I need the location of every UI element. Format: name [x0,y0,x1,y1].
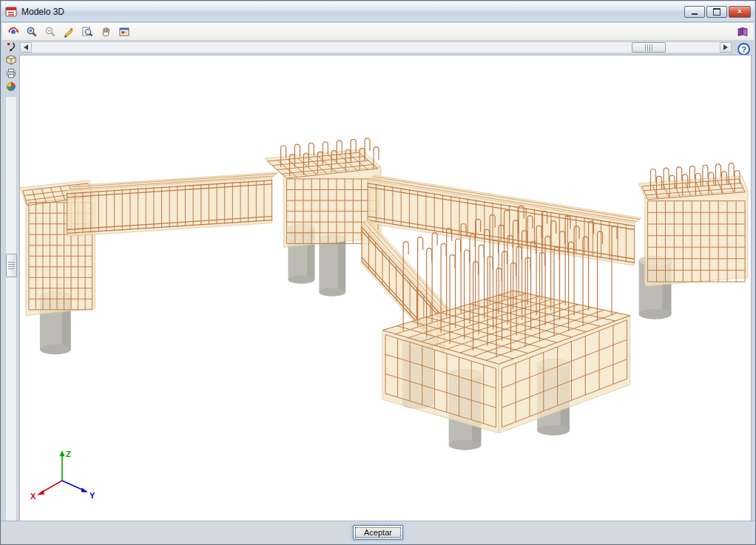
minimize-button[interactable] [684,6,705,18]
rotate-view-icon [7,26,19,38]
minimize-icon [692,13,698,15]
vertical-scrollbar-thumb[interactable] [6,254,17,277]
rotate-view-button[interactable] [7,25,20,38]
horizontal-scrollbar[interactable] [19,41,732,53]
axis-indicator: Z X Y [29,447,103,507]
scroll-left-button[interactable] [20,42,32,53]
window-view-button[interactable] [118,25,131,38]
axis-z-label: Z [66,450,71,458]
accept-button[interactable]: Aceptar [353,525,403,540]
left-toolbar [4,40,18,521]
scene-3d [20,55,751,521]
axis-y-label: Y [90,491,95,500]
horizontal-scrollbar-thumb[interactable] [632,42,666,53]
zoom-in-icon [26,26,38,38]
close-icon: × [738,7,742,16]
previous-view-icon [5,41,17,53]
maximize-button[interactable] [706,6,727,18]
toolbar [2,23,754,41]
titlebar[interactable]: Modelo 3D × [1,1,755,22]
pan-icon [100,26,112,38]
zoom-in-button[interactable] [25,25,38,38]
render-view-icon [5,81,17,92]
print-button[interactable] [5,67,17,79]
maximize-icon [713,8,720,16]
zoom-out-icon [44,26,56,38]
vertical-scrollbar[interactable] [5,96,17,521]
close-button[interactable]: × [729,6,751,18]
solid-view-button[interactable] [5,54,17,66]
measure-icon [63,26,75,38]
zoom-out-button[interactable] [44,25,57,38]
window-title: Modelo 3D [21,7,64,17]
pile [319,235,345,297]
scroll-right-button[interactable] [720,42,732,53]
views-icon [737,26,749,38]
arrow-left-icon [24,44,28,50]
footer-bar: Aceptar [1,521,755,544]
help-icon: ? [741,45,746,54]
modelo-3d-window: Modelo 3D × [0,0,756,545]
pan-button[interactable] [99,25,112,38]
print-icon [5,67,17,79]
main-area: ? Z X Y [4,41,752,521]
measure-button[interactable] [62,25,75,38]
app-icon [5,6,17,18]
viewport-3d[interactable]: Z X Y [19,55,752,521]
scrollbar-grip [8,262,15,269]
zoom-extents-icon [81,26,93,38]
scrollbar-grip [645,44,653,51]
arrow-right-icon [723,44,728,50]
zoom-extents-button[interactable] [81,25,94,38]
previous-view-button[interactable] [5,41,17,53]
window-view-icon [118,26,130,38]
help-button[interactable]: ? [738,43,750,55]
axis-x-label: X [30,492,36,501]
solid-view-icon [5,54,17,66]
views-button[interactable] [736,25,749,38]
render-view-button[interactable] [5,81,17,92]
